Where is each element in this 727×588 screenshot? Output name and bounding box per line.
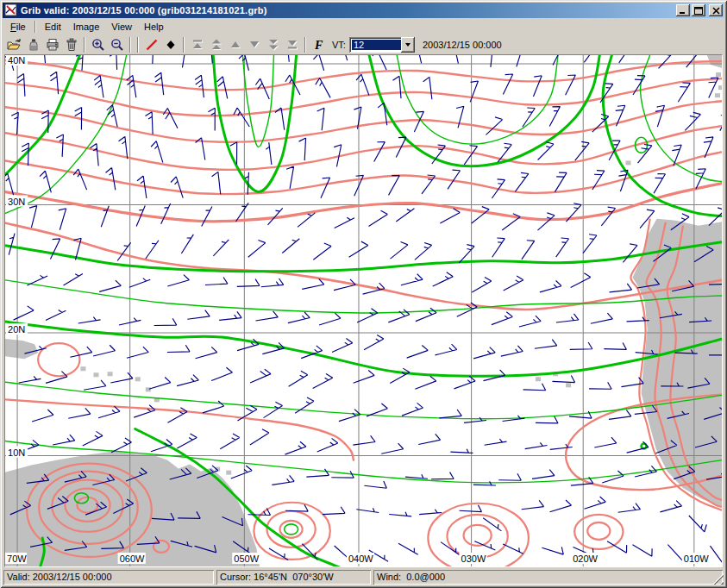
page-down-button[interactable] (264, 36, 282, 53)
draw-point-button[interactable] (161, 36, 179, 53)
toolbar-separator (183, 37, 185, 53)
toolbar-separator (137, 37, 139, 53)
menu-separator (34, 21, 36, 33)
vt-value: 12 (352, 40, 401, 50)
arrow-down-icon (248, 38, 261, 52)
zoom-in-button[interactable] (89, 36, 107, 53)
island (625, 160, 630, 165)
zoom-out-icon (110, 38, 124, 52)
menu-image[interactable]: Image (67, 20, 106, 34)
close-icon (712, 7, 720, 15)
map-label: 010W (684, 554, 709, 564)
menu-help[interactable]: Help (138, 20, 170, 34)
map-label: 20N (8, 324, 25, 335)
map-label: 020W (573, 554, 598, 564)
step-up-button[interactable] (226, 36, 244, 53)
chevron-down-icon (405, 43, 411, 47)
statusbar: Valid: 2003/12/15 00:000 Cursor: 16°45'N… (3, 567, 724, 585)
arrow-up-icon (229, 38, 242, 52)
double-chevron-down-icon (266, 38, 280, 52)
toolbar-separator (84, 37, 85, 53)
import-button[interactable] (24, 36, 42, 53)
map-label: 70W (7, 554, 27, 564)
island (715, 93, 720, 97)
printer-icon (46, 38, 60, 52)
island (716, 72, 721, 77)
arrow-up-bar-icon (191, 38, 204, 52)
wind-flag-button[interactable]: F (310, 36, 328, 53)
map-label: 050W (234, 554, 259, 564)
map-container[interactable]: 40N30N20N10N70W060W050W040W030W020W010W (4, 54, 723, 567)
trash-icon (65, 38, 78, 52)
menu-view[interactable]: View (105, 20, 138, 34)
vt-label: VT: (332, 40, 346, 50)
island (226, 471, 231, 475)
maximize-icon (694, 7, 703, 15)
vt-combobox[interactable]: 12 (349, 37, 415, 53)
arrow-down-bar-icon (285, 38, 299, 52)
weather-map[interactable]: 40N30N20N10N70W060W050W040W030W020W010W (5, 55, 722, 566)
island (80, 366, 85, 371)
minimize-button[interactable] (676, 4, 690, 16)
island (135, 377, 141, 381)
island (566, 383, 571, 387)
double-chevron-up-icon (210, 38, 223, 52)
bottle-icon (27, 38, 41, 52)
zoom-out-button[interactable] (108, 36, 126, 53)
maximize-button[interactable] (692, 4, 705, 16)
menu-edit[interactable]: Edit (39, 20, 67, 34)
status-cursor: Cursor: 16°45'N 070°30'W (216, 570, 371, 585)
island (146, 387, 151, 391)
red-line-icon (145, 38, 159, 52)
map-label: 060W (120, 554, 145, 564)
delete-button[interactable] (62, 36, 80, 53)
print-button[interactable] (43, 36, 61, 53)
map-label: 40N (8, 55, 25, 66)
minimize-icon (679, 7, 687, 15)
draw-line-button[interactable] (142, 36, 160, 53)
titlebar[interactable]: Grib valid: 2003/12/15 00:000 (grib03121… (3, 3, 724, 18)
diamond-icon (164, 38, 178, 52)
app-window: Grib valid: 2003/12/15 00:000 (grib03121… (0, 0, 727, 588)
map-label: 30N (8, 197, 25, 207)
first-record-button[interactable] (188, 36, 206, 53)
vt-dropdown-button[interactable] (401, 37, 415, 53)
island (93, 372, 98, 377)
status-wind: Wind: 0.0@000 (373, 570, 723, 585)
toolbar-separator (129, 37, 131, 53)
window-title: Grib valid: 2003/12/15 00:000 (grib03121… (21, 5, 676, 16)
svg-text:F: F (314, 39, 323, 52)
toolbar-datetime: 2003/12/15 00:000 (423, 40, 502, 50)
island (536, 377, 541, 381)
toolbar: F VT: 12 2003/12/15 00:000 (3, 35, 724, 54)
page-up-button[interactable] (207, 36, 225, 53)
last-record-button[interactable] (283, 36, 301, 53)
island (718, 85, 722, 90)
map-label: 030W (461, 554, 486, 564)
app-icon (4, 3, 18, 17)
zoom-in-icon (91, 38, 105, 52)
menu-file[interactable]: File (4, 20, 32, 34)
step-down-button[interactable] (245, 36, 263, 53)
island (108, 372, 113, 376)
map-label: 040W (348, 554, 373, 564)
close-button[interactable] (709, 4, 723, 16)
status-valid: Valid: 2003/12/15 00:000 (3, 570, 214, 585)
toolbar-separator (304, 37, 306, 53)
menubar: File Edit Image View Help (3, 18, 724, 35)
flag-f-icon: F (312, 38, 326, 52)
open-button[interactable] (5, 36, 23, 53)
open-folder-icon (7, 38, 22, 52)
map-label: 10N (8, 447, 25, 458)
